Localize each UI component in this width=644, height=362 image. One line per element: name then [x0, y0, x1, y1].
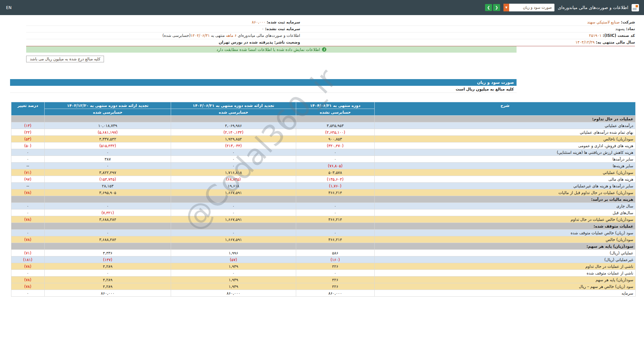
row-value: ۳۸۷: [44, 156, 171, 163]
row-value: [171, 223, 296, 230]
row-label: سود(زیان) پایه هر سهم:: [375, 243, 636, 250]
row-label: هزینه مالیات بر درآمد:: [375, 196, 636, 203]
row-value: (۷۶,۸۰۵): [296, 163, 374, 169]
table-row: سال‌های قبل۰۰(۷,۴۲۱)۰: [11, 209, 636, 216]
table-row: ناشي از عملیات متوقف شده۰۰۰۰: [11, 270, 636, 277]
row-label: سود(زیان) ناخالص: [375, 136, 636, 142]
row-change-pct: [11, 223, 45, 230]
row-label: هزینه کاهش ارزش دریافتني ها (هزینه استثن…: [375, 149, 636, 156]
info-label: شرکت:: [621, 20, 635, 24]
table-row: سود (زیان) خالص هر سهم – ریال۴۲۶۱,۹۳۹۴,۲…: [11, 283, 636, 290]
row-change-pct: (۷۸): [11, 277, 45, 283]
row-label: هزینه های مالی: [375, 176, 636, 183]
next-statement-button[interactable]: ❯: [485, 4, 492, 11]
col-header-period-yearend: تجدید ارائه شده دوره منتهی به ۱۴۰۳/۱۲/۳۰: [44, 102, 171, 109]
col-header-period-current: دوره منتهی به ۱۴۰۴/۰۶/۳۱: [296, 102, 374, 109]
row-label: درآمدهای عملیاتي: [375, 122, 636, 129]
row-label: سود(زیان) عملیاتي: [375, 169, 636, 176]
table-row: ناشي از عملیات در حال تداوم۴۲۶۱,۹۳۹۴,۲۸۹…: [11, 263, 636, 270]
info-value: ۸۶۰,۰۰۰: [252, 20, 266, 24]
codal-logo-icon: [632, 4, 639, 11]
col-header-audit-yearend: حسابرسی شده: [44, 109, 171, 116]
info-value-part: ۱۴۰۴/۰۶/۳۱: [191, 33, 210, 38]
info-value: ۰: [262, 26, 264, 31]
table-row: هزینه های مالی(۱۳۵,۶۰۴)(۶۸,۸۴۵)(۱۵۴,۷۴۵)…: [11, 176, 636, 183]
row-label: عملیاتي (ریال): [375, 250, 636, 256]
info-row: وضعیت ناشر: پذيرفته شده در بورس تهران: [26, 39, 300, 46]
statement-type-select[interactable]: صورت سود و زیان ▼: [503, 4, 554, 11]
row-value: [44, 196, 171, 203]
row-value: ۰: [44, 230, 171, 236]
row-value: [296, 116, 374, 122]
row-value: [44, 223, 171, 230]
row-label: سود(زیان) عملیات در حال تداوم قبل از مال…: [375, 189, 636, 196]
row-value: ۰: [44, 203, 171, 209]
row-value: ۱,۹۳۹: [171, 263, 296, 270]
info-value: پذيرفته شده در بورس تهران: [219, 40, 273, 45]
row-value: ۱,۹۲۹,۸۵۲: [171, 136, 296, 142]
row-value: (۲۱۳,۰۳۴): [171, 142, 296, 149]
row-value: ۱,۹۳۹: [171, 283, 296, 290]
row-value: ۳۶۶,۲۱۴: [296, 189, 374, 196]
chevron-down-icon: ▼: [503, 4, 509, 11]
row-change-pct: ۰: [11, 290, 45, 297]
table-row: سود(زیان) پایه هر سهم۴۲۶۱,۹۳۹۴,۲۸۹(۷۸): [11, 277, 636, 283]
table-row: درآمدهای عملیاتي۳,۵۴۵,۹۵۳۴,۰۶۹,۹۸۶۱۰,۰۱۸…: [11, 122, 636, 129]
row-label: ناشي از عملیات متوقف شده: [375, 270, 636, 277]
table-row: سایر درآمدها۰۰۳۸۷۰: [11, 156, 636, 163]
row-value: ۳,۵۴۵,۹۵۳: [296, 122, 374, 129]
col-header-audit-current: حسابرسی نشده: [296, 109, 374, 116]
row-change-pct: (۷۸): [11, 189, 45, 196]
row-change-pct: (۷۱): [11, 169, 45, 176]
row-change-pct: (۵۰): [11, 142, 45, 149]
statement-unit-note: کلیه مبالغ به میلیون ریال است: [10, 86, 517, 93]
table-row: سال جاری۰۰۰۰: [11, 203, 636, 209]
info-row: اطلاعات و صورت‌های مالی میاندوره‌ای ۶ ما…: [26, 33, 300, 39]
row-change-pct: (۹۷): [11, 176, 45, 183]
row-value: ۳,۶۹۵,۹۰۵: [44, 189, 171, 196]
row-change-pct: ۰: [11, 149, 45, 156]
company-info-right: شرکت: صنایع لاستيکي سهندنماد: پسهندکد صن…: [300, 19, 635, 46]
row-value: ۴۲۶: [296, 263, 374, 270]
row-value: [296, 223, 374, 230]
row-value: ۰: [171, 230, 296, 236]
table-row: هزینه های فروش، اداری و عمومی(۳۲۰,۴۷۰)(۲…: [11, 142, 636, 149]
language-toggle[interactable]: EN: [6, 5, 12, 10]
row-value: [171, 243, 296, 250]
row-value: [296, 196, 374, 203]
row-value: ۴,۴۳۶: [44, 250, 171, 256]
prev-statement-button[interactable]: ❮: [493, 4, 500, 11]
row-change-pct: --: [11, 163, 45, 169]
row-value: [44, 116, 171, 122]
row-value: [296, 243, 374, 250]
table-row: سایر هزینه‌ها(۷۶,۸۰۵)۰۰--: [11, 163, 636, 169]
table-body: عملیات در حال تداوم:درآمدهای عملیاتي۳,۵۴…: [11, 116, 636, 297]
row-value: ۰: [44, 149, 171, 156]
table-row: سود(زیان) پایه هر سهم:: [11, 243, 636, 250]
row-value: (۵,۶۸۱,۱۹۷): [44, 129, 171, 136]
row-value: ۳,۶۸۸,۴۸۴: [44, 216, 171, 223]
row-label: بهای تمام شده درآمدهای عملیاتي: [375, 129, 636, 136]
table-row: سایر درآمدها و هزینه های غیرعملیاتي(۱,۷۶…: [11, 183, 636, 189]
info-value: ۲۵۱۹۰۱: [589, 33, 601, 38]
row-value: (۱۴۷): [44, 256, 171, 263]
table-row: سود(زیان) ناخالص۹۰۰,۸۵۳۱,۹۲۹,۸۵۲۴,۳۳۷,۵۴…: [11, 136, 636, 142]
row-change-pct: [11, 116, 45, 122]
info-row: نماد: پسهند: [300, 26, 635, 33]
info-row: سرمایه ثبت نشده: ۰: [26, 26, 300, 33]
row-value: ۱,۹۹۶: [171, 250, 296, 256]
table-row: سود(زیان) عملیاتي۵۰۳,۵۷۸۱,۷۱۶,۸۱۸۳,۸۲۲,۴…: [11, 169, 636, 176]
info-value-part: منتهی به: [210, 33, 226, 38]
table-row: هزینه کاهش ارزش دریافتني ها (هزینه استثن…: [11, 149, 636, 156]
row-value: ۱,۹۳۹: [171, 277, 296, 283]
table-row: سود(زیان) خالص عملیات در حال تداوم۳۶۶,۲۱…: [11, 216, 636, 223]
row-value: ۰: [171, 270, 296, 277]
table-row: سود (زیان) خالص عملیات متوقف شده۰۰۰۰: [11, 230, 636, 236]
row-value: [44, 243, 171, 250]
table-row: سرمایه۸۶۰,۰۰۰۸۶۰,۰۰۰۸۶۰,۰۰۰۰: [11, 290, 636, 297]
info-value-part: (حسابرسی شده): [162, 33, 191, 38]
row-change-pct: (۵۳): [11, 136, 45, 142]
row-value: ۹۰۰,۸۵۳: [296, 136, 374, 142]
row-value: ۵۸۶: [296, 250, 374, 256]
row-value: ۰: [296, 156, 374, 163]
